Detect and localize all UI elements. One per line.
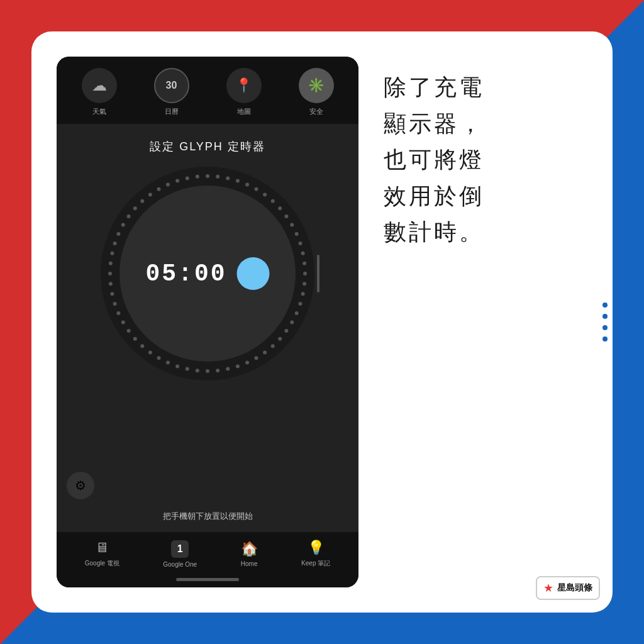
svg-point-12 <box>298 242 302 245</box>
svg-point-51 <box>127 214 131 218</box>
svg-point-5 <box>255 187 258 191</box>
nav-item-weather[interactable]: ☁ 天氣 <box>82 68 117 116</box>
svg-point-59 <box>196 175 199 179</box>
svg-point-36 <box>148 350 152 354</box>
svg-point-25 <box>255 356 258 360</box>
brand-star-icon: ★ <box>543 581 553 595</box>
scroll-indicator <box>317 255 319 292</box>
svg-point-54 <box>148 193 152 197</box>
svg-point-24 <box>263 350 267 354</box>
side-dot-3 <box>602 325 608 330</box>
svg-point-16 <box>303 282 306 286</box>
home-pill <box>176 578 239 581</box>
keep-label: Keep 筆記 <box>301 559 330 568</box>
svg-point-39 <box>127 329 131 333</box>
google-tv-icon: 🖥 <box>95 540 109 556</box>
nav-label-maps: 地圖 <box>237 107 251 116</box>
side-dot-4 <box>602 336 608 341</box>
svg-point-20 <box>290 321 294 325</box>
top-nav-bar: ☁ 天氣 30 日曆 📍 地圖 ✳️ 安全 <box>57 57 358 124</box>
timer-title: 設定 GLYPH 定時器 <box>150 139 265 154</box>
svg-point-49 <box>116 232 120 236</box>
svg-point-57 <box>175 179 179 183</box>
main-card: ☁ 天氣 30 日曆 📍 地圖 ✳️ 安全 <box>31 31 613 613</box>
svg-point-22 <box>278 337 282 341</box>
side-dot-2 <box>602 314 608 319</box>
nav-label-weather: 天氣 <box>92 107 106 116</box>
svg-point-2 <box>226 176 230 180</box>
nav-item-maps[interactable]: 📍 地圖 <box>226 68 262 116</box>
maps-icon: 📍 <box>226 68 262 103</box>
text-area: 除了充電顯示器，也可將燈效用於倒數計時。 <box>377 57 587 587</box>
svg-point-52 <box>133 206 137 210</box>
phone-screenshot: ☁ 天氣 30 日曆 📍 地圖 ✳️ 安全 <box>57 57 358 587</box>
keep-icon: 💡 <box>308 540 325 556</box>
svg-point-46 <box>109 262 113 265</box>
nav-label-safety: 安全 <box>309 107 323 116</box>
nav-item-calendar[interactable]: 30 日曆 <box>154 68 189 116</box>
svg-point-15 <box>303 272 307 275</box>
svg-point-17 <box>301 292 305 296</box>
timer-content: 設定 GLYPH 定時器 05:00 <box>57 124 358 467</box>
instruction-text: 把手機朝下放置以便開始 <box>57 504 358 532</box>
settings-icon[interactable]: ⚙ <box>67 472 94 499</box>
google-one-icon: 1 <box>171 540 189 558</box>
svg-point-32 <box>186 367 189 371</box>
side-dots <box>602 303 608 341</box>
calendar-icon: 30 <box>154 68 189 103</box>
bottom-pill-area <box>57 574 358 587</box>
svg-point-37 <box>140 344 144 348</box>
svg-point-48 <box>113 242 117 245</box>
svg-point-55 <box>157 187 161 191</box>
svg-point-47 <box>110 252 114 255</box>
svg-point-3 <box>236 179 240 183</box>
svg-point-4 <box>245 182 249 186</box>
bottom-nav-google-tv[interactable]: 🖥 Google 電視 <box>85 540 119 568</box>
bottom-nav-google-one[interactable]: 1 Google One <box>163 540 197 568</box>
google-one-label: Google One <box>163 561 197 568</box>
home-icon: 🏠 <box>241 541 258 557</box>
svg-point-8 <box>278 206 282 210</box>
brand-name: 星島頭條 <box>557 582 592 594</box>
svg-point-50 <box>121 223 125 227</box>
svg-point-44 <box>109 282 113 286</box>
nav-label-calendar: 日曆 <box>165 107 179 116</box>
svg-point-6 <box>263 193 267 197</box>
svg-point-58 <box>186 176 189 180</box>
svg-point-11 <box>295 232 299 236</box>
brand-logo: ★ 星島頭條 <box>536 576 600 600</box>
svg-point-43 <box>110 292 114 296</box>
svg-point-14 <box>303 262 306 265</box>
svg-point-35 <box>157 356 161 360</box>
svg-point-27 <box>236 364 240 368</box>
nav-item-safety[interactable]: ✳️ 安全 <box>299 68 334 116</box>
timer-dial[interactable]: 05:00 <box>101 167 314 380</box>
svg-point-26 <box>245 361 249 365</box>
google-tv-label: Google 電視 <box>85 559 119 568</box>
safety-icon: ✳️ <box>299 68 334 103</box>
bottom-nav-home[interactable]: 🏠 Home <box>241 541 258 567</box>
timer-digits: 05:00 <box>145 260 226 287</box>
svg-point-42 <box>113 302 117 306</box>
svg-point-29 <box>216 369 219 372</box>
svg-point-34 <box>166 361 170 365</box>
svg-point-33 <box>175 364 179 368</box>
svg-point-9 <box>284 214 288 218</box>
svg-point-10 <box>290 223 294 227</box>
bottom-nav-keep[interactable]: 💡 Keep 筆記 <box>301 540 330 568</box>
timer-blue-dot[interactable] <box>237 257 270 290</box>
svg-point-23 <box>271 344 275 348</box>
svg-point-31 <box>196 369 199 372</box>
bottom-nav: 🖥 Google 電視 1 Google One 🏠 Home 💡 Keep 筆… <box>57 532 358 574</box>
svg-point-7 <box>271 199 275 203</box>
svg-point-1 <box>216 175 219 179</box>
svg-point-13 <box>301 252 305 255</box>
svg-point-56 <box>166 182 170 186</box>
svg-point-41 <box>116 311 120 315</box>
settings-row: ⚙ <box>57 467 358 504</box>
svg-point-40 <box>121 321 125 325</box>
weather-icon: ☁ <box>82 68 117 103</box>
svg-point-53 <box>140 199 144 203</box>
svg-point-45 <box>108 272 112 275</box>
svg-point-38 <box>133 337 137 341</box>
